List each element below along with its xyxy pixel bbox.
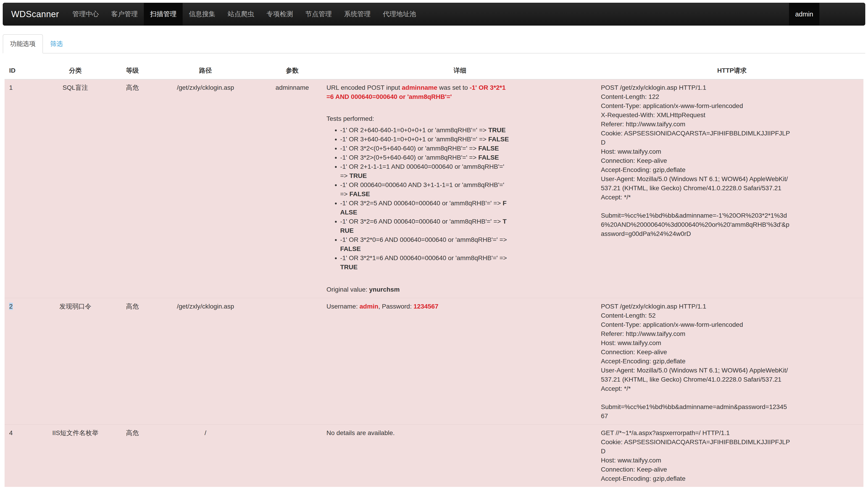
- nav-item-node-management[interactable]: 节点管理: [299, 3, 338, 25]
- test-item: -1' OR 3*2*0=6 AND 000640=000640 or 'amm…: [340, 235, 509, 254]
- tab-filter[interactable]: 筛选: [43, 34, 70, 53]
- http-line: Content-Type: application/x-www-form-url…: [601, 320, 790, 329]
- http-line: Content-Type: application/x-www-form-url…: [601, 102, 790, 111]
- alert-text: adminname: [402, 84, 438, 91]
- cell-http-request: GET //*~1*/a.aspx?aspxerrorpath=/ HTTP/1…: [600, 425, 863, 487]
- cell-id: 4: [5, 425, 32, 487]
- http-line: GET //*~1*/a.aspx?aspxerrorpath=/ HTTP/1…: [601, 428, 790, 438]
- vulnerability-table: ID 分类 等级 路径 参数 详细 HTTP请求 1SQL盲注高危/get/zx…: [5, 63, 863, 487]
- cell-param: [265, 425, 320, 487]
- cell-category: 发现弱口令: [32, 298, 119, 425]
- text-segment: FALSE: [340, 245, 361, 252]
- detail-content: Username: admin, Password: 1234567: [327, 302, 509, 311]
- text-segment: -1' OR 2+640-640-1=0+0+0+1 or 'amm8qRHB'…: [340, 126, 488, 134]
- nav-item-info-collection[interactable]: 信息搜集: [183, 3, 221, 25]
- user-menu: admin: [789, 3, 819, 25]
- http-line: Accept-Encoding: gzip,deflate: [601, 357, 790, 366]
- header-detail: 详细: [320, 63, 600, 79]
- text-segment: -1' OR 3+640-640-1=0+0+0+1 or 'amm8qRHB'…: [340, 136, 488, 143]
- http-line: Host: www.taifyy.com: [601, 147, 790, 156]
- text-segment: FALSE: [478, 145, 499, 152]
- test-item: -1' OR 3*2*1=6 AND 000640=000640 or 'amm…: [340, 254, 509, 272]
- tab-bar: 功能选项 筛选: [3, 34, 865, 53]
- text-segment: -1' OR 3*2>(0+5+640-640) or 'amm8qRHB'='…: [340, 154, 478, 161]
- http-request-content: POST /get/zxly/cklogin.asp HTTP/1.1Conte…: [601, 83, 790, 238]
- http-request-content: GET //*~1*/a.aspx?aspxerrorpath=/ HTTP/1…: [601, 428, 790, 483]
- http-line: Accept: */*: [601, 384, 790, 393]
- http-line: Submit=%cc%e1%bd%bb&adminname=admin&pass…: [601, 402, 790, 421]
- alert-text: 1234567: [414, 303, 438, 310]
- id-text: 4: [9, 429, 13, 436]
- http-line: POST /get/zxly/cklogin.asp HTTP/1.1: [601, 302, 790, 311]
- brand-logo[interactable]: WDScanner: [3, 3, 66, 25]
- http-line: [601, 202, 790, 211]
- cell-http-request: POST /get/zxly/cklogin.asp HTTP/1.1Conte…: [600, 79, 863, 298]
- http-line: User-Agent: Mozilla/5.0 (Windows NT 6.1;…: [601, 174, 790, 193]
- cell-detail: URL encoded POST input adminname was set…: [320, 79, 600, 298]
- test-item: -1' OR 2+640-640-1=0+0+0+1 or 'amm8qRHB'…: [340, 125, 509, 135]
- http-line: Content-Length: 52: [601, 311, 790, 320]
- text-segment: -1' OR 3*2*1=6 AND 000640=000640 or 'amm…: [340, 254, 507, 261]
- test-item: -1' OR 3*2=5 AND 000640=000640 or 'amm8q…: [340, 199, 509, 217]
- http-request-content: POST /get/zxly/cklogin.asp HTTP/1.1Conte…: [601, 302, 790, 421]
- header-param: 参数: [265, 63, 320, 79]
- cell-level: 高危: [119, 79, 146, 298]
- detail-paragraph: No details are available.: [327, 428, 509, 438]
- top-navbar: WDScanner 管理中心 客户管理 扫描管理 信息搜集 站点爬虫 专项检测 …: [3, 3, 865, 26]
- text-segment: Tests performed:: [327, 115, 374, 122]
- nav-item-customer-management[interactable]: 客户管理: [105, 3, 144, 25]
- http-line: User-Agent: Mozilla/5.0 (Windows NT 6.1;…: [601, 366, 790, 384]
- http-line: X-Requested-With: XMLHttpRequest: [601, 111, 790, 120]
- table-header-row: ID 分类 等级 路径 参数 详细 HTTP请求: [5, 63, 863, 79]
- http-line: Cookie: ASPSESSIONIDACQARSTA=JFIHIFBBLDI…: [601, 129, 790, 147]
- tab-function-options[interactable]: 功能选项: [3, 34, 43, 53]
- test-item: -1' OR 3*2>(0+5+640-640) or 'amm8qRHB'='…: [340, 153, 509, 162]
- text-segment: -1' OR 3*2=6 AND 000640=000640 or 'amm8q…: [340, 218, 503, 225]
- http-line: Connection: Keep-alive: [601, 348, 790, 357]
- cell-path: /get/zxly/cklogin.asp: [146, 79, 265, 298]
- http-line: Content-Length: 122: [601, 92, 790, 102]
- cell-path: /: [146, 425, 265, 487]
- detail-paragraph: URL encoded POST input adminname was set…: [327, 83, 509, 102]
- navbar-spacer: [422, 3, 789, 25]
- table-row[interactable]: 1SQL盲注高危/get/zxly/cklogin.aspadminnameUR…: [5, 79, 863, 298]
- test-item: -1' OR 3*2<(0+5+640-640) or 'amm8qRHB'='…: [340, 144, 509, 153]
- user-menu-admin[interactable]: admin: [789, 3, 819, 25]
- cell-http-request: POST /get/zxly/cklogin.asp HTTP/1.1Conte…: [600, 298, 863, 425]
- table-row[interactable]: 4IIS短文件名枚举高危/No details are available.GE…: [5, 425, 863, 487]
- cell-level: 高危: [119, 298, 146, 425]
- cell-id: 2: [5, 298, 32, 425]
- cell-param: adminname: [265, 79, 320, 298]
- id-text: 1: [9, 84, 13, 91]
- text-segment: -1' OR 3*2=5 AND 000640=000640 or 'amm8q…: [340, 200, 503, 207]
- header-http-request: HTTP请求: [600, 63, 863, 79]
- test-item: -1' OR 3*2=6 AND 000640=000640 or 'amm8q…: [340, 217, 509, 235]
- http-line: Submit=%cc%e1%bd%bb&adminname=-1'%20OR%2…: [601, 211, 790, 238]
- text-segment: No details are available.: [327, 429, 395, 436]
- nav-item-system-management[interactable]: 系统管理: [338, 3, 377, 25]
- text-segment: FALSE: [478, 154, 499, 161]
- test-item: -1' OR 3+640-640-1=0+0+0+1 or 'amm8qRHB'…: [340, 135, 509, 144]
- nav-item-admin-center[interactable]: 管理中心: [66, 3, 105, 25]
- header-level: 等级: [119, 63, 146, 79]
- http-line: Host: www.taifyy.com: [601, 339, 790, 348]
- text-segment: Username:: [327, 303, 360, 310]
- detail-paragraph: Username: admin, Password: 1234567: [327, 302, 509, 311]
- text-segment: ynurchsm: [369, 286, 400, 293]
- cell-detail: No details are available.: [320, 425, 600, 487]
- test-item: -1' OR 2+1-1-1=1 AND 000640=000640 or 'a…: [340, 162, 509, 180]
- table-row[interactable]: 2发现弱口令高危/get/zxly/cklogin.aspUsername: a…: [5, 298, 863, 425]
- cell-category: SQL盲注: [32, 79, 119, 298]
- detail-content: No details are available.: [327, 428, 509, 438]
- nav-item-proxy-pool[interactable]: 代理地址池: [377, 3, 422, 25]
- detail-paragraph: Tests performed:: [327, 114, 509, 123]
- cell-level: 高危: [119, 425, 146, 487]
- selected-id-text: 2: [9, 303, 13, 310]
- nav-item-scan-management[interactable]: 扫描管理: [144, 3, 183, 25]
- nav-item-site-crawler[interactable]: 站点爬虫: [221, 3, 260, 25]
- nav-item-special-detection[interactable]: 专项检测: [260, 3, 299, 25]
- cell-param: [265, 298, 320, 425]
- header-id: ID: [5, 63, 32, 79]
- cell-path: /get/zxly/cklogin.asp: [146, 298, 265, 425]
- test-item: -1' OR 000640=000640 AND 3+1-1-1=1 or 'a…: [340, 180, 509, 199]
